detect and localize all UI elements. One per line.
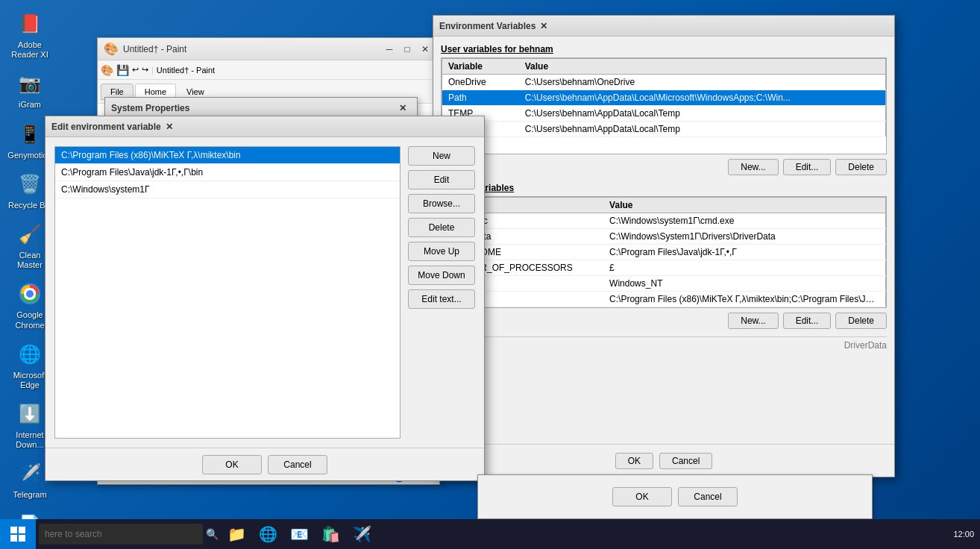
- edit-env-title: Edit environment variable: [51, 122, 161, 132]
- edit-env-dialog: Edit environment variable ✕ C:\Program F…: [45, 116, 485, 481]
- taskbar-store-icon[interactable]: 🛍️: [315, 519, 345, 549]
- sys-var-row-1[interactable]: DriverData C:\Windows\System1Γ\Drivers\D…: [442, 229, 886, 245]
- paint-maximize-btn[interactable]: □: [399, 43, 415, 56]
- taskbar-start-btn[interactable]: [0, 519, 36, 549]
- taskbar: 🔍 📁 🌐 📧 🛍️ ✈️ 12:00: [0, 519, 980, 549]
- env-vars-close-btn[interactable]: ✕: [535, 19, 552, 33]
- telegram-icon: ✈️: [15, 459, 45, 489]
- user-new-btn[interactable]: New...: [728, 159, 778, 175]
- env-list-item-2[interactable]: C:\Windows\system1Γ: [55, 181, 400, 198]
- paint-close-btn[interactable]: ✕: [417, 43, 433, 56]
- google-chrome-icon: [15, 279, 45, 309]
- bottom-cancel-btn[interactable]: Cancel: [678, 487, 738, 506]
- adobe-label: Adobe Reader XI: [6, 40, 54, 60]
- edit-env-titlebar: Edit environment variable ✕: [45, 116, 484, 137]
- sys-new-btn[interactable]: New...: [728, 313, 778, 329]
- env-vars-scroll-indicator: DriverData: [441, 336, 887, 351]
- sys-var-row-4[interactable]: OS Windows_NT: [442, 276, 886, 292]
- sys-delete-btn[interactable]: Delete: [835, 313, 887, 329]
- env-list-item-0[interactable]: C:\Program Files (x86)\MiKTeX Γ,λ\miktex…: [55, 147, 400, 164]
- redo-icon[interactable]: ↪: [142, 65, 148, 75]
- env-new-btn[interactable]: New: [408, 146, 475, 166]
- system-section-label: System variables: [441, 183, 887, 193]
- taskbar-time: 12:00: [953, 530, 974, 539]
- user-var-row-0[interactable]: OneDrive C:\Users\behnam\OneDrive: [442, 75, 886, 90]
- env-edit-btn[interactable]: Edit: [408, 170, 475, 189]
- env-vars-titlebar: Environment Variables ✕: [433, 16, 894, 37]
- env-vars-ok-btn[interactable]: OK: [615, 453, 653, 469]
- paint-minimize-btn[interactable]: ─: [381, 43, 398, 56]
- env-delete-btn[interactable]: Delete: [408, 218, 475, 237]
- sys-props-controls: ✕: [395, 101, 411, 115]
- sys-props-title: System Properties: [111, 103, 395, 113]
- user-var-value-3: C:\Users\behnam\AppData\Local\Temp: [519, 122, 886, 137]
- sys-edit-btn[interactable]: Edit...: [783, 313, 832, 329]
- svg-point-2: [26, 290, 34, 298]
- user-section-label: User variables for behnam: [441, 44, 887, 54]
- env-browse-btn[interactable]: Browse...: [408, 194, 475, 213]
- paint-title: Untitled† - Paint: [123, 44, 186, 54]
- user-edit-btn[interactable]: Edit...: [783, 159, 832, 175]
- taskbar-edge-icon[interactable]: 🌐: [253, 519, 283, 549]
- paint-filename: Untitled† - Paint: [157, 66, 215, 75]
- sys-var-value-0: C:\Windows\system1Γ\cmd.exe: [603, 213, 885, 229]
- sys-var-row-3[interactable]: NUMBER_OF_PROCESSORS £: [442, 260, 886, 276]
- system-variables-table-container[interactable]: Variable Value ComSpec C:\Windows\system…: [441, 196, 887, 308]
- user-delete-btn[interactable]: Delete: [835, 159, 887, 175]
- taskbar-pinned-apps: 📁 🌐 📧 🛍️ ✈️: [222, 519, 377, 549]
- user-var-row-2[interactable]: TEMP C:\Users\behnam\AppData\Local\Temp: [442, 106, 886, 122]
- svg-rect-3: [10, 527, 17, 533]
- user-var-row-1[interactable]: Path C:\Users\behnam\AppData\Local\Micro…: [442, 90, 886, 106]
- ms-edge-icon: 🌐: [15, 339, 45, 369]
- user-variables-table-container[interactable]: Variable Value OneDrive C:\Users\behnam\…: [441, 57, 887, 154]
- user-variables-section: User variables for behnam Variable Value…: [441, 44, 887, 175]
- env-move-up-btn[interactable]: Move Up: [408, 242, 475, 261]
- sys-var-value-2: C:\Program Files\Java\jdk-1Γ,•,Γ: [603, 245, 885, 260]
- search-icon: 🔍: [206, 528, 219, 540]
- user-variables-buttons: New... Edit... Delete: [441, 159, 887, 175]
- adobe-icon: 📕: [15, 9, 45, 39]
- env-variable-list[interactable]: C:\Program Files (x86)\MiKTeX Γ,λ\miktex…: [54, 146, 401, 439]
- scrolled-row-label: DriverData: [844, 340, 887, 351]
- clean-master-icon: 🧹: [15, 219, 45, 249]
- sys-var-row-5[interactable]: path C:\Program Files (x86)\MiKTeX Γ,λ\m…: [442, 292, 886, 307]
- desktop: 📕 Adobe Reader XI 📷 iGram 📱 Genymotion 🗑…: [0, 0, 980, 549]
- paint-quick-access: 🎨 💾 ↩ ↪ | Untitled† - Paint: [98, 60, 439, 80]
- sys-var-row-2[interactable]: JAVA_HOME C:\Program Files\Java\jdk-1Γ,•…: [442, 245, 886, 260]
- edit-env-close-btn[interactable]: ✕: [161, 120, 178, 134]
- system-variables-section: System variables Variable Value ComSpec …: [441, 183, 887, 329]
- system-variables-buttons: New... Edit... Delete: [441, 313, 887, 329]
- taskbar-telegram-icon[interactable]: ✈️: [347, 519, 377, 549]
- recycle-bin-icon: 🗑️: [15, 169, 45, 199]
- taskbar-mail-icon[interactable]: 📧: [284, 519, 314, 549]
- system-variables-table: Variable Value ComSpec C:\Windows\system…: [442, 197, 886, 308]
- svg-rect-4: [19, 527, 25, 533]
- env-vars-title-text: Environment Variables: [439, 21, 535, 31]
- env-move-down-btn[interactable]: Move Down: [408, 266, 475, 285]
- save-icon[interactable]: 💾: [116, 64, 129, 76]
- taskbar-search-input[interactable]: [39, 524, 203, 545]
- env-list-item-1[interactable]: C:\Program Files\Java\jdk-1Γ,•,Γ\bin: [55, 164, 400, 181]
- desktop-icon-igram[interactable]: 📷 iGram: [3, 66, 57, 113]
- undo-icon[interactable]: ↩: [132, 65, 139, 75]
- env-vars-cancel-btn[interactable]: Cancel: [659, 453, 712, 469]
- sys-props-close-btn[interactable]: ✕: [395, 101, 411, 115]
- paint-app-icon: 🎨: [101, 64, 113, 76]
- user-var-value-0: C:\Users\behnam\OneDrive: [519, 75, 886, 90]
- sys-var-value-3: £: [603, 260, 885, 276]
- sys-var-row-0[interactable]: ComSpec C:\Windows\system1Γ\cmd.exe: [442, 213, 886, 229]
- user-table-val-header: Value: [519, 59, 886, 75]
- edit-env-cancel-btn[interactable]: Cancel: [268, 455, 327, 474]
- sys-var-row-6[interactable]: PATHEXT .COM;.EXE;.BAT;.CMD;.VBS;.VBE;.J…: [442, 307, 886, 309]
- desktop-icon-adobe[interactable]: 📕 Adobe Reader XI: [3, 6, 57, 63]
- edit-env-ok-btn[interactable]: OK: [202, 455, 262, 474]
- user-var-row-3[interactable]: TMP C:\Users\behnam\AppData\Local\Temp: [442, 122, 886, 137]
- genymotion-icon: 📱: [15, 119, 45, 149]
- sys-var-value-4: Windows_NT: [603, 276, 885, 292]
- user-var-name-1: Path: [442, 90, 519, 106]
- env-vars-footer: OK Cancel: [433, 444, 894, 477]
- taskbar-file-explorer-icon[interactable]: 📁: [222, 519, 251, 549]
- env-edit-text-btn[interactable]: Edit text...: [408, 289, 475, 309]
- svg-rect-5: [10, 535, 17, 542]
- bottom-ok-btn[interactable]: OK: [612, 487, 672, 506]
